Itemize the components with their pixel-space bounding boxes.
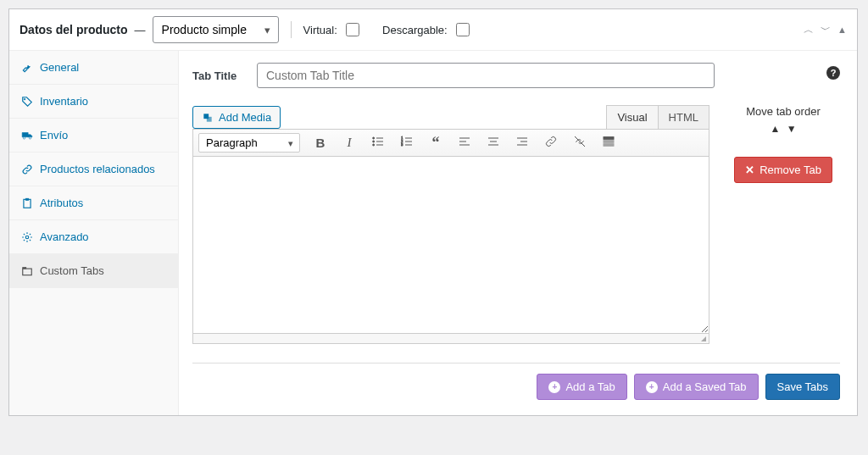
downloadable-label: Descargable: [382,24,448,36]
sidebar-item-inventory[interactable]: Inventario [9,85,178,119]
svg-point-10 [373,144,375,146]
sidebar-item-advanced[interactable]: Avanzado [9,220,178,254]
italic-button[interactable]: I [341,136,358,150]
sidebar-item-linked[interactable]: Productos relacionados [9,153,178,186]
tag-icon [21,96,33,108]
truck-icon [21,130,33,141]
svg-text:3: 3 [401,142,403,147]
svg-point-0 [24,98,25,100]
editor-toolbar: Paragraph B I 123 “ [192,129,709,156]
sidebar-item-label: Custom Tabs [40,264,104,277]
paragraph-select[interactable]: Paragraph [198,133,300,153]
wrench-icon [21,62,33,74]
align-right-button[interactable] [514,135,531,152]
svg-rect-30 [604,136,614,139]
align-center-button[interactable] [485,135,502,152]
svg-point-5 [25,236,29,239]
close-icon: ✕ [745,164,754,176]
quote-button[interactable]: “ [427,134,444,152]
add-media-button[interactable]: Add Media [192,106,281,129]
main-content: ? Tab Title Add Media Visual HTML [179,51,857,415]
panel-body: General Inventario Envío Productos relac… [9,51,857,415]
downloadable-checkbox[interactable] [456,23,470,36]
editor-textarea[interactable] [192,156,709,334]
sidebar-item-attributes[interactable]: Atributos [9,186,178,220]
product-type-select[interactable]: Producto simple [153,16,279,43]
save-tabs-button[interactable]: Save Tabs [765,374,840,400]
sidebar-item-label: Productos relacionados [40,163,155,175]
plus-icon: + [646,381,658,393]
resize-handle[interactable] [192,334,709,344]
move-tab-down-button[interactable]: ▼ [787,123,797,135]
svg-point-9 [373,141,375,142]
svg-rect-31 [604,140,614,142]
sidebar: General Inventario Envío Productos relac… [9,51,179,415]
tab-controls: Move tab order ▲ ▼ ✕ Remove Tab [726,105,840,183]
tabs-icon [21,265,33,277]
dash: — [135,24,146,36]
svg-point-1 [23,136,25,138]
move-up-icon[interactable]: ︿ [804,23,814,37]
unlink-button[interactable] [571,135,588,152]
align-left-button[interactable] [456,135,473,152]
tab-title-label: Tab Title [192,69,247,82]
remove-tab-button[interactable]: ✕ Remove Tab [734,157,832,183]
virtual-checkbox[interactable] [346,23,359,36]
move-order-label: Move tab order [726,105,840,118]
bold-button[interactable]: B [312,136,329,150]
move-tab-up-button[interactable]: ▲ [770,123,780,135]
sidebar-item-shipping[interactable]: Envío [9,119,178,153]
svg-rect-32 [604,143,614,146]
link-button[interactable] [542,135,559,152]
toolbar-toggle-button[interactable] [600,135,617,152]
collapse-icon[interactable]: ▲ [837,25,847,35]
panel-title: Datos del producto [19,23,128,36]
separator [291,21,292,38]
sidebar-item-general[interactable]: General [9,51,178,85]
svg-point-2 [29,136,31,138]
sidebar-item-custom-tabs[interactable]: Custom Tabs [9,254,178,288]
editor-tab-html[interactable]: HTML [659,105,709,129]
add-tab-button[interactable]: + Add a Tab [537,374,626,400]
help-icon[interactable]: ? [826,66,840,80]
svg-rect-6 [23,269,32,275]
move-down-icon[interactable]: ﹀ [821,23,831,37]
sidebar-item-label: Avanzado [40,230,89,243]
svg-rect-4 [25,198,29,200]
plus-icon: + [548,381,560,393]
product-data-panel: Datos del producto — Producto simple Vir… [8,8,858,416]
add-saved-tab-button[interactable]: + Add a Saved Tab [634,374,759,400]
tab-title-input[interactable] [257,63,715,88]
sidebar-item-label: Envío [40,129,68,141]
sidebar-item-label: Atributos [40,197,83,209]
svg-rect-7 [23,267,26,269]
media-icon [202,112,214,124]
clipboard-icon [21,197,33,209]
gear-icon [21,231,33,243]
svg-rect-3 [24,199,31,208]
sidebar-item-label: General [40,61,79,74]
numbered-list-button[interactable]: 123 [398,135,415,152]
footer-buttons: + Add a Tab + Add a Saved Tab Save Tabs [192,374,840,400]
link-icon [21,164,33,175]
panel-header: Datos del producto — Producto simple Vir… [9,9,857,51]
separator [192,363,840,363]
bullet-list-button[interactable] [370,135,387,152]
virtual-label: Virtual: [303,24,337,36]
sidebar-item-label: Inventario [40,95,88,108]
svg-point-8 [373,137,375,139]
editor-tab-visual[interactable]: Visual [606,105,658,129]
editor: Add Media Visual HTML Paragraph [192,105,709,344]
